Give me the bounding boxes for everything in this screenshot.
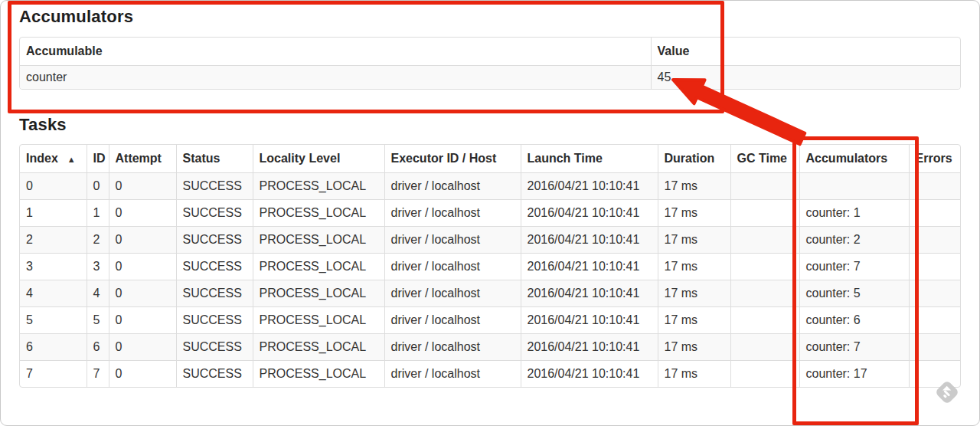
cell-status: SUCCESS — [176, 361, 253, 388]
cell-errors — [909, 227, 960, 254]
cell-status: SUCCESS — [176, 200, 253, 227]
col-header-launch-time[interactable]: Launch Time — [521, 145, 658, 173]
cell-value: 45 — [651, 66, 960, 90]
cell-attempt: 0 — [109, 334, 176, 361]
cell-accumulable: counter — [20, 66, 651, 90]
table-row: 3 3 0 SUCCESS PROCESS_LOCAL driver / loc… — [20, 254, 960, 280]
cell-status: SUCCESS — [176, 227, 253, 254]
cell-duration: 17 ms — [658, 280, 730, 307]
table-row: 1 1 0 SUCCESS PROCESS_LOCAL driver / loc… — [20, 200, 960, 227]
cell-index: 5 — [20, 307, 87, 334]
cell-launch-time: 2016/04/21 10:10:41 — [521, 334, 658, 361]
cell-status: SUCCESS — [176, 280, 253, 307]
accumulators-table: Accumulable Value counter 45 — [19, 37, 961, 90]
cell-id: 2 — [87, 227, 109, 254]
cell-executor-id-host: driver / localhost — [384, 173, 521, 200]
cell-locality-level: PROCESS_LOCAL — [253, 361, 384, 388]
col-header-id[interactable]: ID — [87, 145, 109, 173]
cell-launch-time: 2016/04/21 10:10:41 — [521, 227, 658, 254]
cell-duration: 17 ms — [658, 173, 730, 200]
col-header-status[interactable]: Status — [176, 145, 253, 173]
cell-duration: 17 ms — [658, 361, 730, 388]
cell-errors — [909, 361, 960, 388]
table-row: 6 6 0 SUCCESS PROCESS_LOCAL driver / loc… — [20, 334, 960, 361]
col-header-accumulators[interactable]: Accumulators — [799, 145, 909, 173]
table-row: 2 2 0 SUCCESS PROCESS_LOCAL driver / loc… — [20, 227, 960, 254]
cell-id: 7 — [87, 361, 109, 388]
cell-accumulators — [799, 173, 909, 200]
cell-gc-time — [730, 254, 799, 280]
col-header-executor-id-host[interactable]: Executor ID / Host — [384, 145, 521, 173]
cell-attempt: 0 — [109, 200, 176, 227]
cell-attempt: 0 — [109, 361, 176, 388]
cell-launch-time: 2016/04/21 10:10:41 — [521, 173, 658, 200]
cell-errors — [909, 200, 960, 227]
cell-launch-time: 2016/04/21 10:10:41 — [521, 307, 658, 334]
col-header-gc-time[interactable]: GC Time — [730, 145, 799, 173]
cell-launch-time: 2016/04/21 10:10:41 — [521, 361, 658, 388]
cell-id: 0 — [87, 173, 109, 200]
col-header-index[interactable]: Index▲ — [20, 145, 87, 173]
cell-index: 4 — [20, 280, 87, 307]
cell-status: SUCCESS — [176, 173, 253, 200]
cell-launch-time: 2016/04/21 10:10:41 — [521, 200, 658, 227]
cell-locality-level: PROCESS_LOCAL — [253, 280, 384, 307]
cell-index: 1 — [20, 200, 87, 227]
cell-gc-time — [730, 307, 799, 334]
table-row: 4 4 0 SUCCESS PROCESS_LOCAL driver / loc… — [20, 280, 960, 307]
tasks-heading: Tasks — [19, 115, 67, 135]
tasks-table: Index▲ ID Attempt Status Locality Level … — [19, 144, 961, 388]
cell-index: 2 — [20, 227, 87, 254]
table-header-row: Index▲ ID Attempt Status Locality Level … — [20, 145, 960, 173]
cell-locality-level: PROCESS_LOCAL — [253, 173, 384, 200]
cell-accumulators: counter: 6 — [799, 307, 909, 334]
cell-executor-id-host: driver / localhost — [384, 227, 521, 254]
table-row: 5 5 0 SUCCESS PROCESS_LOCAL driver / loc… — [20, 307, 960, 334]
cell-errors — [909, 334, 960, 361]
col-header-index-label: Index — [26, 152, 58, 165]
col-header-locality-level[interactable]: Locality Level — [253, 145, 384, 173]
cell-executor-id-host: driver / localhost — [384, 307, 521, 334]
cell-duration: 17 ms — [658, 307, 730, 334]
cell-index: 6 — [20, 334, 87, 361]
cell-id: 3 — [87, 254, 109, 280]
table-row: 7 7 0 SUCCESS PROCESS_LOCAL driver / loc… — [20, 361, 960, 388]
cell-accumulators: counter: 7 — [799, 254, 909, 280]
cell-errors — [909, 173, 960, 200]
cell-gc-time — [730, 280, 799, 307]
col-header-attempt[interactable]: Attempt — [109, 145, 176, 173]
cell-duration: 17 ms — [658, 334, 730, 361]
cell-gc-time — [730, 173, 799, 200]
cell-locality-level: PROCESS_LOCAL — [253, 200, 384, 227]
cell-accumulators: counter: 7 — [799, 334, 909, 361]
cell-gc-time — [730, 227, 799, 254]
cell-accumulators: counter: 17 — [799, 361, 909, 388]
cell-duration: 17 ms — [658, 254, 730, 280]
cell-errors — [909, 307, 960, 334]
cell-status: SUCCESS — [176, 254, 253, 280]
cell-locality-level: PROCESS_LOCAL — [253, 227, 384, 254]
cell-status: SUCCESS — [176, 307, 253, 334]
cell-index: 3 — [20, 254, 87, 280]
cell-status: SUCCESS — [176, 334, 253, 361]
cell-id: 5 — [87, 307, 109, 334]
col-header-value: Value — [651, 38, 960, 66]
cell-locality-level: PROCESS_LOCAL — [253, 334, 384, 361]
cell-accumulators: counter: 1 — [799, 200, 909, 227]
col-header-duration[interactable]: Duration — [658, 145, 730, 173]
table-row: 0 0 0 SUCCESS PROCESS_LOCAL driver / loc… — [20, 173, 960, 200]
cell-gc-time — [730, 361, 799, 388]
cell-duration: 17 ms — [658, 227, 730, 254]
cell-executor-id-host: driver / localhost — [384, 200, 521, 227]
col-header-accumulable: Accumulable — [20, 38, 651, 66]
cell-locality-level: PROCESS_LOCAL — [253, 254, 384, 280]
cell-attempt: 0 — [109, 173, 176, 200]
col-header-errors[interactable]: Errors — [909, 145, 960, 173]
cell-launch-time: 2016/04/21 10:10:41 — [521, 280, 658, 307]
cell-errors — [909, 254, 960, 280]
accumulators-heading: Accumulators — [19, 7, 133, 27]
sort-ascending-icon: ▲ — [67, 155, 76, 164]
cell-executor-id-host: driver / localhost — [384, 334, 521, 361]
cell-attempt: 0 — [109, 254, 176, 280]
cell-id: 6 — [87, 334, 109, 361]
